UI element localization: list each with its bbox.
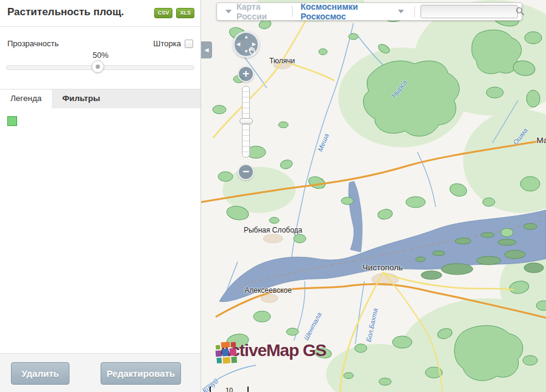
map-basemap — [201, 0, 546, 392]
tab-filters[interactable]: Фильтры — [52, 89, 110, 108]
base-layer-selector[interactable]: Карта России — [236, 2, 286, 21]
scale-label: 10 — [225, 387, 233, 392]
export-xls-button[interactable]: XLS — [176, 8, 194, 18]
delete-button[interactable]: Удалить — [11, 362, 69, 385]
legend-swatch — [7, 116, 17, 126]
opacity-slider-handle[interactable] — [91, 60, 104, 73]
zoom-in-button[interactable]: + — [238, 66, 254, 82]
legend-content — [0, 108, 200, 353]
panel-tabs: Легенда Фильтры — [0, 89, 200, 108]
zoom-slider-track[interactable] — [242, 86, 250, 158]
curtain-checkbox[interactable] — [185, 40, 193, 48]
collapse-panel-button[interactable]: ◀ — [201, 41, 212, 58]
export-csv-button[interactable]: CSV — [154, 8, 173, 18]
edit-button[interactable]: Редактировать — [101, 362, 181, 385]
search-input[interactable] — [420, 5, 518, 18]
scale-bar: 10 — [210, 387, 249, 392]
pan-left-icon[interactable]: ◀ — [236, 42, 240, 47]
activemap-app: { "sidebar": { "title": "Растительность … — [0, 0, 546, 392]
pan-control[interactable]: ▲ ▼ ◀ ▶ — [233, 31, 260, 58]
panel-header: Растительность площ. CSV XLS — [0, 0, 200, 27]
curtain-label: Шторка — [154, 39, 181, 48]
activemap-logo: ActiveMap GS — [214, 341, 326, 360]
plus-icon: + — [243, 67, 249, 80]
pan-up-icon[interactable]: ▲ — [244, 35, 249, 40]
layer-switcher-bar: Карта России Космоснимки Роскосмос — [216, 2, 522, 21]
zoom-slider-handle[interactable] — [239, 118, 253, 124]
divider — [292, 6, 292, 17]
layer-panel: Растительность площ. CSV XLS Прозрачност… — [0, 0, 201, 392]
opacity-slider-zone: 50% — [0, 48, 200, 79]
tab-legend[interactable]: Легенда — [0, 89, 52, 108]
opacity-label: Прозрачность — [7, 39, 58, 48]
divider — [414, 6, 415, 17]
opacity-value: 50% — [88, 51, 113, 60]
minus-icon: − — [243, 165, 249, 178]
chevron-down-icon[interactable] — [225, 10, 232, 13]
map-canvas[interactable]: Тюлячи Рыбная Слобода Чистополь Алексеев… — [201, 0, 546, 392]
active-layer-selector[interactable]: Космоснимки Роскосмос — [300, 2, 393, 21]
collapse-icon: ◀ — [205, 47, 209, 53]
chevron-down-icon[interactable] — [398, 10, 404, 13]
zoom-out-button[interactable]: − — [238, 164, 254, 180]
panel-footer: Удалить Редактировать — [0, 353, 200, 392]
search-box — [420, 5, 518, 18]
